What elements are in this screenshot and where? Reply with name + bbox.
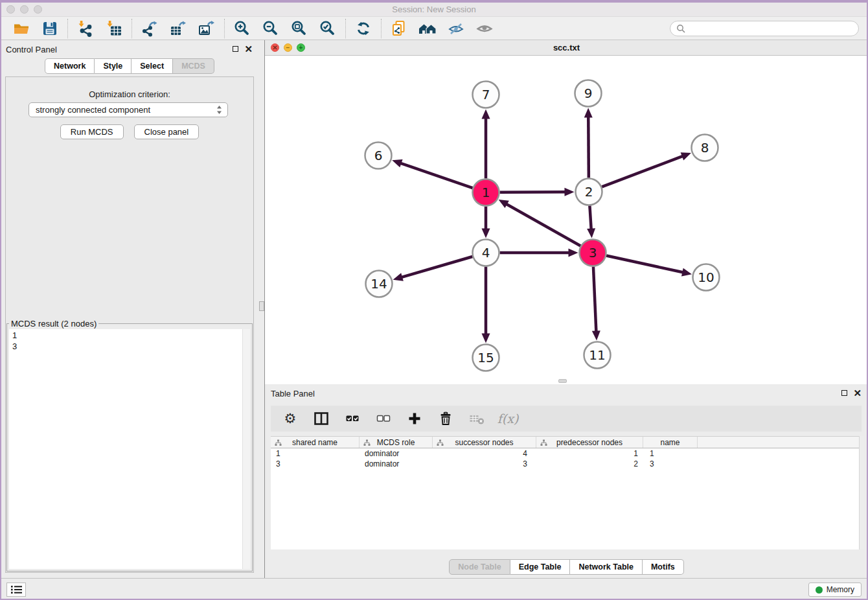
import-table-button[interactable] <box>105 19 123 38</box>
network-overview-button[interactable] <box>418 19 437 38</box>
edge-3-11[interactable] <box>593 266 596 332</box>
run-mcds-button[interactable]: Run MCDS <box>60 124 124 139</box>
hide-graphics-details-button[interactable] <box>447 19 465 38</box>
edge-2-8[interactable] <box>602 156 683 187</box>
minimize-window-button[interactable] <box>20 5 29 14</box>
task-history-button[interactable] <box>6 583 26 597</box>
edge-4-14[interactable] <box>401 257 472 277</box>
table-cell[interactable]: dominator <box>360 459 433 469</box>
memory-button[interactable]: Memory <box>808 583 862 597</box>
table-cell[interactable]: 1 <box>536 448 643 459</box>
close-table-panel-button[interactable]: ✕ <box>853 389 862 397</box>
open-session-button[interactable] <box>12 19 30 38</box>
unchecked-checkboxes-icon <box>376 411 391 426</box>
table-cell[interactable]: dominator <box>360 448 433 459</box>
zoom-out-icon <box>262 20 279 37</box>
table-cell[interactable]: 1 <box>643 448 698 459</box>
criterion-select[interactable]: strongly connected component <box>29 102 228 117</box>
edge-3-10[interactable] <box>606 256 683 273</box>
column-label: MCDS role <box>377 438 415 447</box>
zoom-fit-button[interactable] <box>290 19 308 38</box>
edge-2-9[interactable] <box>588 116 589 178</box>
tab-network[interactable]: Network <box>45 58 95 74</box>
result-scrollbar[interactable] <box>242 329 250 569</box>
table-row[interactable]: 1dominator411 <box>271 448 864 459</box>
show-graphics-details-button[interactable] <box>475 19 494 38</box>
close-control-panel-button[interactable]: ✕ <box>244 45 253 53</box>
tab-mcds[interactable]: MCDS <box>173 58 214 74</box>
edge-3-1[interactable] <box>506 203 580 246</box>
tab-network-table[interactable]: Network Table <box>570 559 643 575</box>
table-scrollbar[interactable] <box>859 436 864 549</box>
search-icon <box>676 24 685 33</box>
table-cell[interactable]: 1 <box>271 448 360 459</box>
mcds-result-area[interactable]: 1 3 <box>9 329 250 569</box>
export-network-icon <box>141 20 158 37</box>
node-label: 14 <box>371 276 387 292</box>
horizontal-splitter-grabber[interactable] <box>558 379 567 383</box>
save-session-button[interactable] <box>41 19 59 38</box>
table-row[interactable]: 3dominator323 <box>271 459 864 469</box>
tab-edge-table[interactable]: Edge Table <box>510 559 571 575</box>
table-cell[interactable]: 2 <box>536 459 643 469</box>
export-table-icon <box>170 20 187 37</box>
tab-style[interactable]: Style <box>95 58 131 74</box>
table-cell[interactable]: 3 <box>643 459 698 469</box>
vertical-splitter[interactable] <box>259 40 265 578</box>
tab-node-table[interactable]: Node Table <box>449 559 510 575</box>
refresh-view-button[interactable] <box>354 19 372 38</box>
column-header-successor-nodes[interactable]: successor nodes <box>433 437 536 448</box>
network-close-button[interactable]: ✕ <box>271 43 279 52</box>
column-header-shared-name[interactable]: shared name <box>271 437 360 448</box>
sort-icon <box>540 439 547 448</box>
create-column-button[interactable] <box>406 410 423 427</box>
table-settings-button[interactable]: ⚙ <box>282 410 299 427</box>
show-all-columns-button[interactable] <box>344 410 361 427</box>
import-network-button[interactable] <box>76 19 95 38</box>
network-canvas[interactable]: 7968124314101511 <box>265 56 868 384</box>
export-table-button[interactable] <box>169 19 187 38</box>
edge-arrowhead <box>681 268 692 277</box>
clone-network-button[interactable] <box>390 19 408 38</box>
network-zoom-button[interactable]: + <box>297 43 305 52</box>
tab-motifs[interactable]: Motifs <box>643 559 684 575</box>
node-label: 2 <box>585 184 593 200</box>
table-cell[interactable]: 4 <box>433 448 536 459</box>
split-columns-icon <box>314 411 329 426</box>
zoom-selected-button[interactable] <box>319 19 337 38</box>
search-box <box>670 21 859 36</box>
edge-1-2[interactable] <box>499 192 565 192</box>
split-table-button[interactable] <box>313 410 330 427</box>
node-label: 4 <box>482 245 490 260</box>
zoom-window-button[interactable] <box>34 5 42 14</box>
open-folder-icon <box>13 20 30 37</box>
network-minimize-button[interactable]: − <box>284 43 292 52</box>
export-image-button[interactable] <box>198 19 216 38</box>
hide-all-columns-button[interactable] <box>375 410 392 427</box>
edge-1-6[interactable] <box>400 163 473 188</box>
close-mcds-panel-button[interactable]: Close panel <box>134 124 200 139</box>
float-control-panel-button[interactable] <box>233 44 238 54</box>
edge-2-3[interactable] <box>589 205 591 229</box>
export-network-button[interactable] <box>141 19 159 38</box>
plus-icon <box>407 411 422 426</box>
float-table-panel-button[interactable] <box>841 388 847 398</box>
splitter-grabber[interactable] <box>259 301 264 311</box>
delete-column-button[interactable] <box>437 410 454 427</box>
table-cell[interactable]: 3 <box>271 459 360 469</box>
search-input[interactable] <box>685 24 852 34</box>
tab-select[interactable]: Select <box>131 58 173 74</box>
network-window-titlebar[interactable]: ✕ − + scc.txt <box>265 40 868 56</box>
table-cell[interactable]: 3 <box>433 459 536 469</box>
zoom-out-button[interactable] <box>262 19 280 38</box>
zoom-in-button[interactable] <box>233 19 251 38</box>
function-builder-button[interactable]: f(x) <box>499 410 516 427</box>
column-header-name[interactable]: name <box>643 437 698 448</box>
zoom-selected-icon <box>319 20 336 37</box>
column-header-mcds-role[interactable]: MCDS role <box>360 437 433 448</box>
node-label: 1 <box>482 185 490 200</box>
delete-table-button[interactable] <box>468 410 485 427</box>
zoom-in-icon <box>234 20 251 37</box>
close-window-button[interactable] <box>6 5 15 14</box>
column-header-predecessor-nodes[interactable]: predecessor nodes <box>536 437 643 448</box>
